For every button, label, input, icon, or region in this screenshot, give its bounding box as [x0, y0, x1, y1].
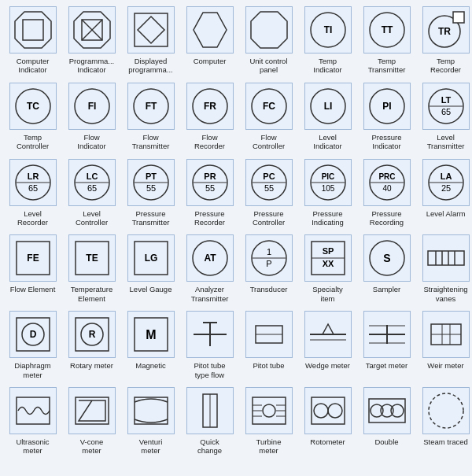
svg-point-129 [314, 404, 328, 418]
label-v-cone-meter: V-conemeter [80, 437, 104, 456]
svg-text:FI: FI [87, 101, 96, 112]
label-flow-element: Flow Element [10, 285, 56, 293]
cell-transducer: 1 P Transducer [239, 231, 298, 308]
cell-level-recorder: LR 65 LevelRecorder [3, 156, 62, 232]
symbol-quick-change [186, 387, 234, 434]
label-pressure-indicating: PressureIndicating [312, 209, 344, 227]
symbol-pressure-indicating: PIC 105 [304, 159, 352, 206]
svg-text:65: 65 [87, 183, 96, 193]
cell-pressure-controller: PC 55 PressureController [239, 156, 298, 232]
label-specialty-item: Specialtyitem [312, 285, 343, 303]
cell-level-indicator: LI LevelIndicator [298, 79, 357, 156]
symbol-level-alarm: LA 25 [422, 159, 470, 206]
cell-sampler: S Sampler [357, 231, 416, 308]
label-level-controller: LevelController [76, 209, 108, 227]
svg-text:XX: XX [322, 259, 334, 268]
symbol-grid: Computer Indicator Programma...Indicator… [0, 0, 472, 463]
symbol-pressure-indicator: PI [363, 83, 411, 130]
cell-displayed-programmable: Displayedprogramma... [121, 3, 180, 79]
label-quick-change: Quickchange [197, 437, 222, 456]
svg-text:D: D [29, 329, 36, 340]
label-ultrasonic-meter: Ultrasonicmeter [16, 437, 49, 456]
label-straightening-vanes: Straighteningvanes [424, 285, 468, 303]
cell-pitot-tube-flow: Pitot tubetype flow [180, 308, 239, 384]
symbol-level-indicator: LI [304, 83, 352, 130]
cell-flow-recorder: FR FlowRecorder [180, 79, 239, 156]
svg-text:TT: TT [381, 24, 393, 35]
label-computer: Computer [194, 57, 227, 65]
label-flow-indicator: FlowIndicator [77, 133, 105, 151]
cell-pitot-tube: Pitot tube [239, 308, 298, 384]
symbol-temp-controller: TC [9, 83, 57, 130]
label-magnetic: Magnetic [135, 361, 166, 370]
svg-text:FC: FC [263, 101, 275, 112]
symbol-computer [186, 6, 234, 54]
symbol-weir-meter [422, 311, 470, 358]
symbol-flow-element: FE [9, 234, 57, 282]
label-weir-meter: Weir meter [427, 361, 463, 370]
cell-target-meter: Target meter [357, 308, 416, 384]
cell-level-controller: LC 65 LevelController [62, 156, 121, 232]
cell-ultrasonic-meter: Ultrasonicmeter [3, 384, 62, 460]
cell-analyzer-transmitter: AT AnalyzerTransmitter [180, 231, 239, 308]
cell-temp-recorder: TR TempRecorder [416, 3, 472, 79]
cell-flow-transmitter: FT FlowTransmitter [121, 79, 180, 156]
label-level-alarm: Level Alarm [426, 209, 466, 218]
svg-text:TC: TC [27, 101, 39, 112]
symbol-sampler: S [363, 234, 411, 282]
label-analyzer-transmitter: AnalyzerTransmitter [191, 285, 229, 303]
cell-straightening-vanes: Straighteningvanes [416, 231, 472, 308]
label-level-indicator: LevelIndicator [313, 133, 341, 151]
symbol-temp-transmitter: TT [363, 6, 411, 54]
cell-weir-meter: Weir meter [416, 308, 472, 384]
svg-text:PI: PI [382, 101, 391, 112]
symbol-ultrasonic-meter [9, 387, 57, 434]
symbol-level-transmitter: LT 65 [422, 83, 470, 130]
svg-text:105: 105 [321, 184, 334, 193]
cell-pressure-recorder: PR 55 PressureRecorder [180, 156, 239, 232]
symbol-flow-transmitter: FT [127, 83, 175, 130]
label-pressure-recorder: PressureRecorder [194, 209, 225, 227]
label-temp-recorder: TempRecorder [430, 57, 461, 75]
cell-pressure-indicator: PI PressureIndicator [357, 79, 416, 156]
svg-text:PRC: PRC [378, 172, 395, 181]
symbol-flow-recorder: FR [186, 83, 234, 130]
symbol-pitot-tube-flow [186, 311, 234, 358]
label-level-transmitter: LevelTransmitter [427, 133, 465, 151]
symbol-pressure-recording: PRC 40 [363, 159, 411, 206]
label-pressure-recording: PressureRecording [370, 209, 404, 227]
label-unit-control-panel: Unit controlpanel [249, 57, 287, 75]
cell-programmable-indicator: Programma...Indicator [62, 3, 121, 79]
svg-rect-1 [23, 20, 43, 40]
symbol-level-recorder: LR 65 [9, 159, 57, 206]
label-double: Double [374, 437, 398, 446]
symbol-computer-indicator [9, 6, 57, 54]
symbol-steam-traced [422, 387, 470, 434]
symbol-flow-indicator: FI [68, 83, 116, 130]
cell-pressure-indicating: PIC 105 PressureIndicating [298, 156, 357, 232]
cell-wedge-meter: Wedge meter [298, 308, 357, 384]
label-temp-controller: TempController [17, 133, 49, 151]
cell-computer-indicator: Computer Indicator [3, 3, 62, 79]
symbol-flow-controller: FC [245, 83, 293, 130]
cell-rotometer: Rotometer [298, 384, 357, 460]
svg-marker-8 [194, 13, 227, 47]
svg-text:P: P [266, 259, 271, 268]
svg-text:55: 55 [264, 183, 273, 193]
symbol-target-meter [363, 311, 411, 358]
symbol-temperature-element: TE [68, 234, 116, 282]
svg-text:FT: FT [145, 101, 157, 112]
cell-venturi-meter: Venturimeter [121, 384, 180, 460]
svg-text:1: 1 [266, 247, 271, 256]
svg-text:65: 65 [28, 183, 37, 193]
svg-text:LC: LC [86, 172, 98, 181]
svg-text:LT: LT [441, 95, 451, 105]
label-pitot-tube: Pitot tube [253, 361, 284, 370]
symbol-temp-recorder: TR [422, 6, 470, 54]
symbol-turbine-meter [245, 387, 293, 434]
svg-text:FE: FE [27, 253, 39, 264]
symbol-v-cone-meter [68, 387, 116, 434]
label-flow-recorder: FlowRecorder [194, 133, 225, 151]
cell-temp-controller: TC TempController [3, 79, 62, 156]
symbol-specialty-item: SP XX [304, 234, 352, 282]
